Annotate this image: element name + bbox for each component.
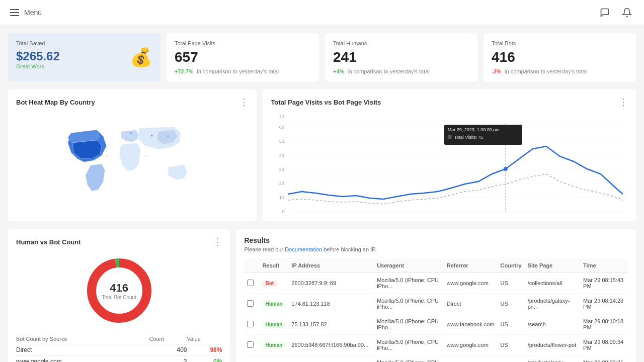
results-col-header: Country bbox=[498, 258, 525, 273]
kpi-bots-footer-text: In comparison to yesterday's total bbox=[505, 68, 587, 74]
results-subtitle: Please read our Documentation before blo… bbox=[244, 246, 628, 252]
world-map-svg bbox=[16, 114, 249, 204]
results-page: /collections/all bbox=[525, 273, 580, 294]
svg-text:Total Visits: 45: Total Visits: 45 bbox=[454, 135, 484, 140]
results-result: Human bbox=[259, 335, 288, 355]
bot-count: 409 bbox=[149, 344, 187, 356]
bot-source: www.google.com bbox=[16, 356, 149, 363]
results-row-checkbox[interactable] bbox=[247, 280, 254, 286]
results-checkbox-cell[interactable] bbox=[244, 335, 259, 355]
results-checkbox-cell[interactable] bbox=[244, 314, 259, 335]
results-checkbox-cell[interactable] bbox=[244, 294, 259, 314]
charts-row: Bot Heat Map By Country ⋮ bbox=[8, 89, 636, 221]
svg-point-1 bbox=[151, 135, 153, 137]
results-card: Results Please read our Documentation be… bbox=[236, 229, 636, 362]
result-badge: Human bbox=[262, 301, 285, 307]
results-ua: Mozilla/5.0 (iPhone; CPU iPho... bbox=[374, 355, 444, 363]
main-content: Total Saved $265.62 Great Work 💰 Total P… bbox=[0, 25, 644, 362]
results-ua: Mozilla/5.0 (iPhone; CPU iPho... bbox=[374, 273, 444, 294]
kpi-bots-footer: -2% In comparison to yesterday's total bbox=[492, 68, 628, 74]
results-col-header: Referrer bbox=[444, 258, 498, 273]
results-referrer: www.google.com bbox=[444, 335, 498, 355]
line-chart-container: 0 10 20 30 40 50 60 70 bbox=[271, 114, 628, 214]
bot-count-section: Bot Count by Source Count Value Direct 4… bbox=[16, 334, 222, 362]
results-page: /products/galaxy-pr... bbox=[525, 294, 580, 314]
results-doc-link[interactable]: Documentation bbox=[285, 246, 322, 252]
results-ip: 2600:b348:667f:f166:90ba:90... bbox=[288, 335, 374, 355]
svg-text:Mar 29, 2023, 1:00:00 pm: Mar 29, 2023, 1:00:00 pm bbox=[448, 127, 500, 132]
header-left: Menu bbox=[10, 9, 42, 17]
results-result: Human bbox=[259, 294, 288, 314]
results-checkbox-cell[interactable] bbox=[244, 355, 259, 363]
donut-label: Total Bot Count bbox=[102, 295, 136, 300]
results-row-checkbox[interactable] bbox=[247, 321, 254, 327]
results-ip: 75.141.193.82 bbox=[288, 355, 374, 363]
results-checkbox-cell[interactable] bbox=[244, 273, 259, 294]
kpi-visits-footer-text: In comparison to yesterday's total bbox=[197, 68, 279, 74]
bell-icon[interactable] bbox=[620, 6, 634, 20]
results-ip: 75.133.157.82 bbox=[288, 314, 374, 335]
results-country: US bbox=[498, 314, 525, 335]
results-table-row: Human 75.141.193.82 Mozilla/5.0 (iPhone;… bbox=[244, 355, 628, 363]
hvb-title: Human vs Bot Count bbox=[16, 238, 81, 246]
svg-point-4 bbox=[106, 155, 107, 156]
results-subtitle-post: before blocking an IP. bbox=[322, 246, 376, 252]
kpi-visits-footer: +72.7% In comparison to yesterday's tota… bbox=[175, 68, 311, 74]
bot-table-source-header: Bot Count by Source bbox=[16, 334, 149, 344]
results-scroll[interactable]: ResultIP AddressUseragentReferrerCountry… bbox=[244, 258, 628, 362]
hvb-menu[interactable]: ⋮ bbox=[213, 236, 222, 247]
kpi-saved-label: Total Saved bbox=[16, 40, 152, 46]
kpi-bots-badge: -2% bbox=[492, 68, 502, 74]
results-ua: Mozilla/5.0 (iPhone; CPU iPho... bbox=[374, 335, 444, 355]
header-right bbox=[598, 6, 634, 20]
results-referrer: www.google.com bbox=[444, 355, 498, 363]
heatmap-menu[interactable]: ⋮ bbox=[239, 97, 249, 108]
results-ip: 2600:3287:9:9::89 bbox=[288, 273, 374, 294]
results-subtitle-pre: Please read our bbox=[244, 246, 285, 252]
result-badge: Human bbox=[262, 342, 285, 348]
results-table-row: Human 174.81.123.118 Mozilla/5.0 (iPhone… bbox=[244, 294, 628, 314]
results-time: Mar 29 08:10:18 PM bbox=[580, 314, 628, 335]
line-chart-card: Total Page Visits vs Bot Page Visits ⋮ 0… bbox=[263, 89, 636, 221]
kpi-bots: Total Bots 416 -2% In comparison to yest… bbox=[484, 33, 636, 81]
hvb-header: Human vs Bot Count ⋮ bbox=[16, 236, 222, 247]
results-checkbox-header bbox=[244, 258, 259, 273]
results-col-header: IP Address bbox=[288, 258, 374, 273]
hamburger-menu[interactable] bbox=[10, 9, 19, 16]
results-result: Human bbox=[259, 314, 288, 335]
bot-table-row: www.google.com 2 0% bbox=[16, 356, 222, 363]
app-header: Menu bbox=[0, 0, 644, 25]
menu-label: Menu bbox=[24, 9, 42, 17]
results-time: Mar 29 08:15:43 PM bbox=[580, 273, 628, 294]
map-container bbox=[16, 114, 249, 204]
svg-point-3 bbox=[145, 155, 146, 156]
line-chart-menu[interactable]: ⋮ bbox=[619, 97, 628, 108]
results-country: US bbox=[498, 355, 525, 363]
chat-icon[interactable] bbox=[598, 6, 612, 20]
results-ua: Mozilla/5.0 (iPhone; CPU iPho... bbox=[374, 314, 444, 335]
bot-table-count-header: Count bbox=[149, 334, 187, 344]
results-table: ResultIP AddressUseragentReferrerCountry… bbox=[244, 258, 628, 362]
results-row-checkbox[interactable] bbox=[247, 300, 254, 307]
results-ua: Mozilla/5.0 (iPhone; CPU iPho... bbox=[374, 294, 444, 314]
result-badge: Human bbox=[262, 321, 285, 328]
human-vs-bot-card: Human vs Bot Count ⋮ 416 Total Bot Count bbox=[8, 229, 230, 362]
heatmap-card: Bot Heat Map By Country ⋮ bbox=[8, 89, 257, 221]
line-chart-title: Total Page Visits vs Bot Page Visits bbox=[271, 99, 381, 106]
svg-text:0: 0 bbox=[282, 209, 285, 214]
results-time: Mar 29 08:14:23 PM bbox=[580, 294, 628, 314]
kpi-visits-label: Total Page Visits bbox=[175, 40, 311, 46]
bot-value: 98% bbox=[187, 344, 222, 356]
bot-source: Direct bbox=[16, 344, 149, 356]
results-row-checkbox[interactable] bbox=[247, 341, 254, 348]
heatmap-title: Bot Heat Map By Country bbox=[16, 99, 95, 106]
kpi-humans-badge: +4% bbox=[333, 68, 344, 74]
kpi-row: Total Saved $265.62 Great Work 💰 Total P… bbox=[8, 33, 636, 81]
bot-table-value-header: Value bbox=[187, 334, 222, 344]
results-table-row: Human 75.133.157.82 Mozilla/5.0 (iPhone;… bbox=[244, 314, 628, 335]
svg-rect-24 bbox=[448, 135, 452, 139]
results-time: Mar 29 08:09:34 PM bbox=[580, 335, 628, 355]
bot-table-row: Direct 409 98% bbox=[16, 344, 222, 356]
results-referrer: www.facebook.com bbox=[444, 314, 498, 335]
bot-count: 2 bbox=[149, 356, 187, 363]
